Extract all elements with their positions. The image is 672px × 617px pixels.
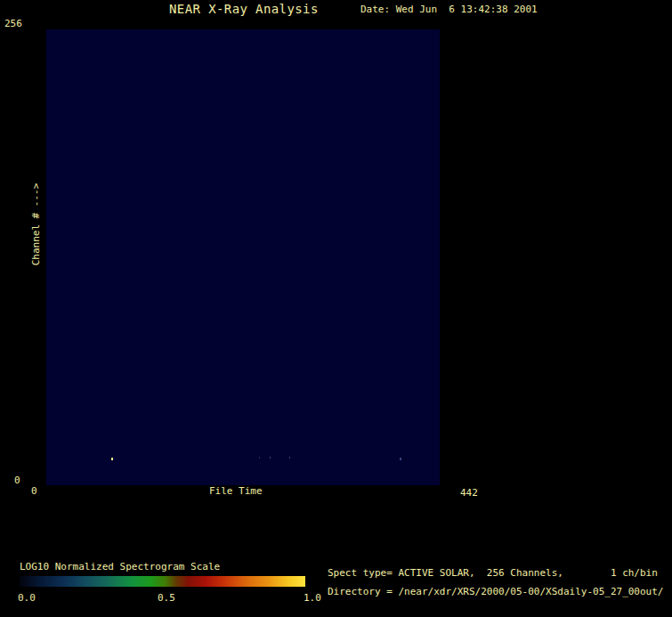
spectrogram-plot-area — [46, 29, 440, 485]
y-axis-tick-max: 256 — [4, 19, 22, 29]
near-xray-analysis-window: NEAR X-Ray Analysis Date: Wed Jun 6 13:4… — [0, 0, 672, 617]
colorbar-tick-low: 0.0 — [18, 593, 36, 604]
spect-type-info: Spect type= ACTIVE SOLAR, 256 Channels, … — [328, 568, 658, 579]
page-title: NEAR X-Ray Analysis — [169, 3, 319, 16]
y-axis-title: Channel # ---> — [30, 183, 42, 266]
directory-info: Directory = /near/xdr/XRS/2000/05-00/XSd… — [328, 587, 664, 597]
x-axis-tick-min: 0 — [31, 486, 37, 497]
y-axis-tick-min: 0 — [14, 475, 20, 486]
date-label: Date: Wed Jun 6 13:42:38 2001 — [360, 4, 538, 15]
x-axis-title: File Time — [209, 486, 263, 497]
colorbar-tick-high: 1.0 — [304, 593, 321, 604]
colorbar-tick-mid: 0.5 — [158, 593, 175, 604]
spectrogram-point — [270, 457, 271, 459]
colorbar-label: LOG10 Normalized Spectrogram Scale — [20, 562, 220, 572]
colorbar-gradient — [20, 576, 305, 587]
x-axis-tick-max: 442 — [460, 488, 478, 499]
spectrogram-point — [289, 457, 290, 459]
spectrogram-point — [111, 458, 113, 460]
spectrogram-point — [259, 457, 260, 459]
spectrogram-point — [400, 458, 401, 460]
